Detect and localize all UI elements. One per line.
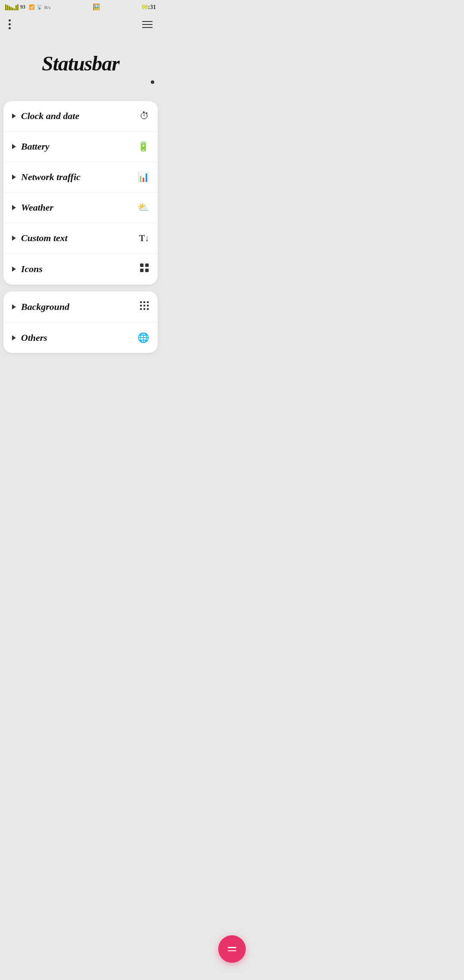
svg-rect-4 (140, 301, 142, 303)
time-hour: 08 (142, 4, 148, 10)
battery-label: Battery (21, 141, 49, 152)
main-settings-card: Clock and date ⏱ Battery 🔋 Network traff… (3, 101, 158, 285)
more-options-button[interactable] (9, 19, 11, 29)
svg-rect-6 (147, 301, 149, 303)
clock-and-date-label: Clock and date (21, 110, 79, 122)
icons-item[interactable]: Icons (3, 254, 158, 285)
network-traffic-icon: 📊 (137, 172, 149, 183)
wifi-icon: 📡 (37, 4, 43, 10)
nav-bar (0, 14, 161, 34)
weather-item[interactable]: Weather ⛅ (3, 193, 158, 223)
network-speed: B/s (44, 5, 51, 10)
chevron-icon (12, 266, 16, 272)
custom-text-label: Custom text (21, 233, 67, 244)
chevron-icon (12, 335, 16, 340)
status-right: 08:31 (142, 4, 156, 11)
status-bar: 93 📶 📡 B/s 🖼️ 08:31 (0, 0, 161, 14)
others-icon: 🌐 (137, 332, 149, 343)
others-label: Others (21, 332, 47, 343)
page-title: Statusbar (42, 52, 119, 75)
custom-text-item[interactable]: Custom text T↓ (3, 223, 158, 254)
hamburger-menu-button[interactable] (142, 21, 153, 28)
chevron-icon (12, 205, 16, 210)
secondary-settings-card: Background Others 🌐 (3, 291, 158, 353)
svg-rect-11 (143, 308, 145, 310)
battery-icon: 🔋 (137, 141, 149, 152)
custom-text-icon: T↓ (139, 233, 149, 243)
chevron-icon (12, 144, 16, 149)
svg-rect-0 (140, 263, 143, 267)
svg-rect-12 (147, 308, 149, 310)
status-left: 93 📶 📡 B/s (5, 4, 51, 10)
clock-and-date-left: Clock and date (12, 110, 79, 122)
icons-label: Icons (21, 263, 43, 275)
page-title-section: Statusbar (0, 34, 161, 101)
svg-rect-5 (143, 301, 145, 303)
chevron-icon (12, 236, 16, 241)
svg-rect-1 (145, 263, 149, 267)
svg-rect-3 (145, 269, 149, 272)
network-traffic-item[interactable]: Network traffic 📊 (3, 162, 158, 193)
weather-icon: ⛅ (137, 202, 149, 213)
svg-rect-7 (140, 305, 142, 306)
time-minutes: 31 (150, 4, 156, 10)
scroll-indicator (151, 80, 154, 84)
icons-icon (140, 263, 149, 275)
background-left: Background (12, 301, 69, 312)
others-left: Others (12, 332, 47, 343)
signal-number: 93 (20, 4, 25, 10)
chevron-icon (12, 113, 16, 119)
image-icon: 🖼️ (93, 3, 100, 11)
weather-label: Weather (21, 202, 53, 213)
network-traffic-left: Network traffic (12, 172, 80, 183)
others-item[interactable]: Others 🌐 (3, 323, 158, 353)
background-item[interactable]: Background (3, 291, 158, 323)
background-label: Background (21, 301, 69, 312)
battery-left: Battery (12, 141, 49, 152)
clock-icon: ⏱ (140, 110, 149, 122)
chevron-icon (12, 175, 16, 180)
battery-item[interactable]: Battery 🔋 (3, 132, 158, 162)
icons-left: Icons (12, 263, 43, 275)
weather-left: Weather (12, 202, 53, 213)
background-icon (140, 301, 149, 313)
status-center: 🖼️ (93, 3, 100, 11)
custom-text-left: Custom text (12, 233, 67, 244)
svg-rect-9 (147, 305, 149, 306)
network-bars-icon: 📶 (29, 4, 35, 10)
signal-icon (5, 4, 18, 10)
clock-and-date-item[interactable]: Clock and date ⏱ (3, 101, 158, 132)
network-traffic-label: Network traffic (21, 172, 80, 183)
svg-rect-8 (143, 305, 145, 306)
svg-rect-2 (140, 269, 143, 272)
time-display: 08:31 (142, 4, 156, 11)
svg-rect-10 (140, 308, 142, 310)
chevron-icon (12, 304, 16, 309)
